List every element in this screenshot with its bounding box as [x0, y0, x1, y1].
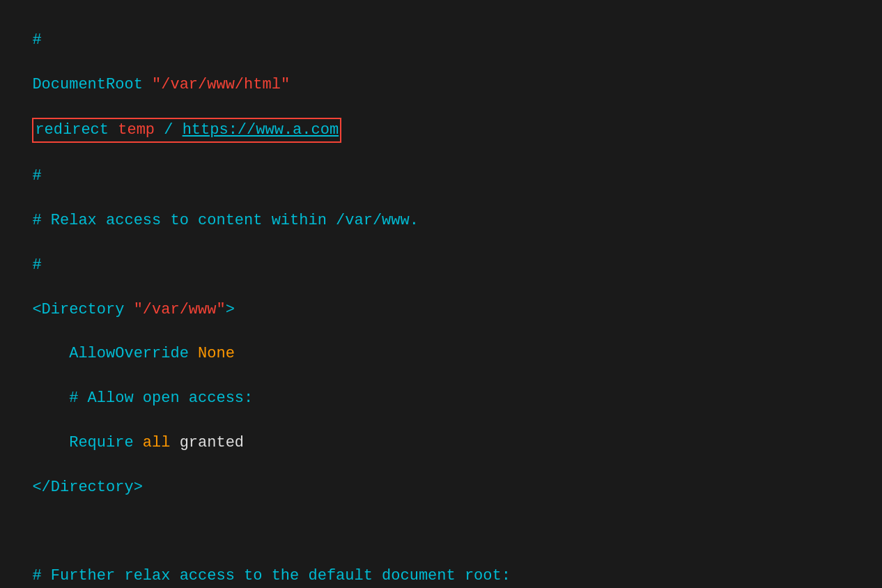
line-hash3: #	[32, 256, 41, 274]
line-comment-further: # Further relax access to the default do…	[32, 567, 511, 585]
line-documentroot: DocumentRoot "/var/www/html"	[32, 76, 290, 93]
line-dir1-close: </Directory>	[32, 479, 142, 496]
line-hash1: #	[32, 31, 41, 49]
line-comment-relax: # Relax access to content within /var/ww…	[32, 212, 419, 229]
line-redirect-highlighted: redirect temp / https://www.a.com	[32, 118, 341, 143]
line-allowoverride: AllowOverride None	[32, 345, 234, 362]
line-require: Require all granted	[32, 434, 244, 451]
line-hash2: #	[32, 167, 41, 185]
code-editor: # DocumentRoot "/var/www/html" redirect …	[14, 7, 868, 588]
line-dir1-open: <Directory "/var/www">	[32, 301, 234, 318]
line-comment-allow: # Allow open access:	[32, 389, 253, 407]
